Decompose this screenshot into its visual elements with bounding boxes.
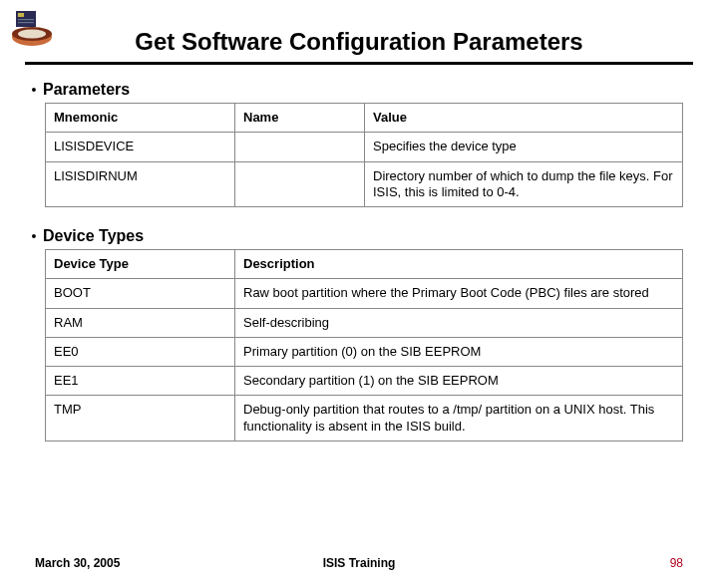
parameters-table: Mnemonic Name Value LISISDEVICE Specifie… (45, 103, 683, 207)
bullet-icon: • (25, 82, 43, 98)
cell (235, 161, 365, 207)
slide-footer: March 30, 2005 ISIS Training 98 (0, 556, 718, 570)
table-row: TMP Debug-only partition that routes to … (46, 396, 683, 441)
col-header: Name (235, 104, 365, 133)
cell: RAM (46, 308, 235, 337)
svg-rect-1 (18, 13, 24, 17)
cell: BOOT (46, 279, 235, 308)
svg-point-6 (18, 30, 46, 39)
section-heading-device-types: • Device Types (25, 227, 693, 245)
table-row: BOOT Raw boot partition where the Primar… (46, 279, 683, 308)
table-header-row: Mnemonic Name Value (46, 104, 683, 133)
col-header: Value (365, 104, 683, 133)
bullet-icon: • (25, 228, 43, 244)
col-header: Mnemonic (46, 104, 235, 133)
footer-date: March 30, 2005 (35, 556, 251, 570)
device-types-table: Device Type Description BOOT Raw boot pa… (45, 249, 683, 441)
footer-page: 98 (467, 556, 683, 570)
cell: Secondary partition (1) on the SIB EEPRO… (235, 367, 683, 396)
cell: EE1 (46, 367, 235, 396)
section-heading-label: Parameters (43, 81, 130, 99)
cell: EE0 (46, 337, 235, 366)
cell: Directory number of which to dump the fi… (365, 161, 683, 207)
cell: Raw boot partition where the Primary Boo… (235, 279, 683, 308)
cell: TMP (46, 396, 235, 441)
mission-logo (10, 10, 60, 50)
table-header-row: Device Type Description (46, 250, 683, 279)
table-row: RAM Self-describing (46, 308, 683, 337)
slide-title: Get Software Configuration Parameters (135, 28, 582, 60)
cell: Debug-only partition that routes to a /t… (235, 396, 683, 441)
table-row: LISISDEVICE Specifies the device type (46, 133, 683, 161)
table-row: LISISDIRNUM Directory number of which to… (46, 161, 683, 207)
cell (235, 133, 365, 161)
cell: LISISDIRNUM (46, 161, 235, 207)
cell: Self-describing (235, 308, 683, 337)
col-header: Device Type (46, 250, 235, 279)
cell: Specifies the device type (365, 133, 683, 161)
svg-rect-3 (18, 22, 34, 23)
section-heading-parameters: • Parameters (25, 81, 693, 99)
table-row: EE0 Primary partition (0) on the SIB EEP… (46, 337, 683, 366)
svg-rect-2 (18, 19, 34, 20)
table-row: EE1 Secondary partition (1) on the SIB E… (46, 367, 683, 396)
footer-center: ISIS Training (251, 556, 468, 570)
col-header: Description (235, 250, 683, 279)
cell: LISISDEVICE (46, 133, 235, 161)
cell: Primary partition (0) on the SIB EEPROM (235, 337, 683, 366)
section-heading-label: Device Types (43, 227, 144, 245)
